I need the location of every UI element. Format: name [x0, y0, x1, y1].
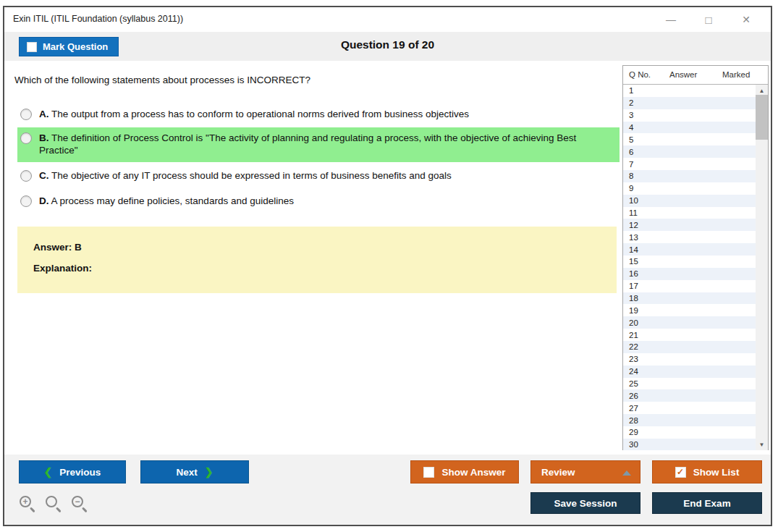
question-counter: Question 19 of 20 [4, 38, 771, 51]
question-number: 21 [623, 331, 638, 339]
question-list-row[interactable]: 20 [623, 316, 756, 329]
question-list-row[interactable]: 9 [623, 182, 756, 195]
question-number: 26 [623, 392, 638, 400]
question-list-row[interactable]: 6 [623, 145, 756, 158]
question-list-row[interactable]: 29 [623, 426, 756, 439]
show-answer-checkbox[interactable] [423, 467, 434, 478]
answer-label: Answer: B [33, 242, 601, 253]
question-list-header: Q No. Answer Marked [623, 66, 768, 85]
question-number: 9 [623, 184, 633, 193]
show-list-button[interactable]: ✓ Show List [652, 460, 762, 484]
question-list-row[interactable]: 18 [623, 292, 756, 305]
question-number: 17 [623, 282, 638, 290]
question-list-row[interactable]: 28 [623, 414, 756, 426]
chevron-left-icon: ❮ [44, 466, 53, 478]
zoom-in-icon[interactable]: + [19, 495, 38, 514]
question-list-row[interactable]: 23 [623, 353, 756, 366]
question-list-row[interactable]: 21 [623, 329, 756, 341]
title-bar: Exin ITIL (ITIL Foundation (syllabus 201… [4, 7, 771, 32]
question-number: 12 [623, 221, 638, 229]
previous-button[interactable]: ❮ Previous [19, 460, 126, 484]
save-session-button[interactable]: Save Session [530, 492, 640, 514]
scroll-down-icon[interactable]: ▼ [756, 439, 768, 450]
show-list-checkbox[interactable]: ✓ [675, 467, 686, 478]
question-number: 7 [623, 160, 633, 169]
question-list-row[interactable]: 11 [623, 207, 756, 219]
question-list-row[interactable]: 10 [623, 195, 756, 207]
question-list-row[interactable]: 4 [623, 122, 756, 134]
zoom-tools: + − [19, 495, 90, 514]
end-exam-button[interactable]: End Exam [652, 492, 762, 514]
option-d-letter: D. [39, 195, 49, 206]
question-area: Which of the following statements about … [14, 61, 620, 293]
scrollbar-thumb[interactable] [756, 95, 768, 140]
question-list-row[interactable]: 1 [623, 85, 756, 97]
zoom-icon[interactable] [45, 495, 64, 514]
question-list-row[interactable]: 26 [623, 389, 756, 402]
question-list-row[interactable]: 5 [623, 133, 756, 145]
question-text: Which of the following statements about … [14, 75, 620, 85]
question-list-row[interactable]: 22 [623, 341, 756, 353]
window-title: Exin ITIL (ITIL Foundation (syllabus 201… [13, 14, 183, 24]
option-b-text: B. The definition of Process Control is … [39, 132, 608, 156]
chevron-up-icon [622, 470, 631, 476]
question-number: 24 [623, 367, 638, 376]
question-list-row[interactable]: 2 [623, 97, 756, 109]
maximize-icon[interactable]: □ [690, 7, 727, 32]
review-button[interactable]: Review [530, 460, 640, 484]
header-strip: Mark Question Question 19 of 20 [4, 32, 771, 61]
question-number: 23 [623, 355, 638, 363]
next-button[interactable]: Next ❯ [140, 460, 249, 484]
option-row-c[interactable]: C. The objective of any IT process shoul… [17, 166, 620, 185]
answer-box: Answer: B Explanation: [17, 227, 617, 293]
option-a-body: The output from a process has to conform… [51, 109, 469, 119]
radio-button-a[interactable] [20, 109, 32, 120]
question-number: 15 [623, 257, 638, 266]
question-list-row[interactable]: 27 [623, 402, 756, 414]
question-list-row[interactable]: 16 [623, 268, 756, 280]
question-list-row[interactable]: 3 [623, 109, 756, 122]
question-number: 27 [623, 404, 638, 413]
radio-button-c[interactable] [20, 170, 32, 182]
close-icon[interactable]: ✕ [727, 7, 765, 32]
zoom-out-icon[interactable]: − [71, 495, 90, 514]
save-session-label: Save Session [554, 498, 617, 509]
option-b-body: The definition of Process Control is "Th… [39, 132, 576, 156]
question-list-panel: Q No. Answer Marked 12345678910111213141… [622, 65, 769, 450]
question-list-row[interactable]: 14 [623, 243, 756, 256]
question-number: 4 [623, 123, 633, 132]
question-list-row[interactable]: 30 [623, 439, 756, 450]
option-d-body: A process may define policies, standards… [51, 195, 294, 206]
question-list-row[interactable]: 7 [623, 158, 756, 170]
question-list-row[interactable]: 25 [623, 378, 756, 390]
question-list-row[interactable]: 24 [623, 366, 756, 378]
show-answer-label: Show Answer [441, 467, 505, 478]
question-list-row[interactable]: 15 [623, 256, 756, 268]
minimize-icon[interactable]: — [652, 7, 690, 32]
option-row-b[interactable]: B. The definition of Process Control is … [17, 127, 620, 162]
question-list-row[interactable]: 17 [623, 280, 756, 292]
question-number: 13 [623, 233, 638, 242]
show-answer-button[interactable]: Show Answer [410, 460, 519, 484]
radio-button-b[interactable] [20, 132, 32, 144]
question-number: 18 [623, 294, 638, 303]
question-number: 20 [623, 318, 638, 327]
option-row-d[interactable]: D. A process may define policies, standa… [17, 192, 620, 210]
question-number: 14 [623, 245, 638, 254]
question-list-row[interactable]: 19 [623, 304, 756, 316]
question-list-scrollbar[interactable]: ▲ ▼ [756, 85, 768, 450]
column-header-qno: Q No. [629, 70, 651, 79]
option-b-letter: B. [39, 132, 49, 143]
question-number: 10 [623, 196, 638, 205]
previous-label: Previous [59, 467, 101, 478]
app-window: Exin ITIL (ITIL Foundation (syllabus 201… [3, 6, 772, 526]
radio-button-d[interactable] [20, 195, 32, 207]
question-number: 2 [623, 98, 633, 107]
show-list-label: Show List [693, 467, 740, 478]
question-number: 29 [623, 428, 638, 436]
option-row-a[interactable]: A. The output from a process has to conf… [17, 105, 620, 123]
question-list-row[interactable]: 12 [623, 219, 756, 231]
question-list-row[interactable]: 13 [623, 231, 756, 243]
window-controls: — □ ✕ [652, 7, 765, 32]
question-list-row[interactable]: 8 [623, 170, 756, 182]
